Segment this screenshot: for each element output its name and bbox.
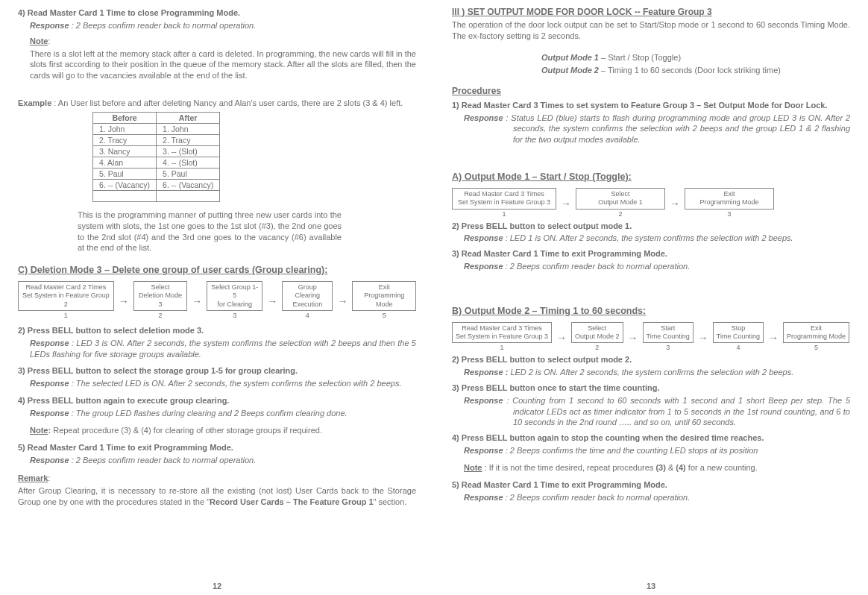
a3-resp-text: : 2 Beeps confirm reader back to normal … bbox=[506, 262, 691, 271]
a3-title: 3) Read Master Card 1 Time to exit Progr… bbox=[452, 248, 850, 259]
b5-title: 5) Read Master Card 1 Time to exit Progr… bbox=[452, 479, 850, 491]
arrow-icon: → bbox=[628, 331, 638, 343]
response-label: Response bbox=[464, 262, 503, 271]
flow-item: Select Group 1-5for Clearing 3 bbox=[207, 281, 262, 319]
remark-text: After Group Clearing, it is necessary to… bbox=[18, 485, 416, 508]
c2-response: Response : LED 3 is ON. After 2 seconds,… bbox=[30, 338, 416, 360]
b5-response: Response : 2 Beeps confirm reader back t… bbox=[464, 492, 850, 503]
cell: 6. -- (Vacancy) bbox=[157, 179, 220, 190]
flow-c: Read Master Card 2 TimesSet System in Fe… bbox=[18, 281, 416, 319]
b3-response: Response : Counting from 1 second to 60 … bbox=[464, 395, 850, 429]
response-label: Response bbox=[464, 493, 503, 502]
arrow-icon: → bbox=[561, 197, 571, 209]
arrow-icon: → bbox=[267, 295, 277, 306]
th-after: After bbox=[157, 112, 220, 123]
p1-resp-text: : Status LED (blue) starts to flash duri… bbox=[506, 113, 850, 145]
iii-intro: The operation of the door lock output ca… bbox=[452, 19, 850, 42]
b2-title: 2) Press BELL button to select output mo… bbox=[452, 354, 850, 365]
flow-item: Group ClearingExecution 4 bbox=[282, 281, 333, 319]
cell: 6. -- (Vacancy) bbox=[93, 179, 157, 190]
c3-title: 3) Press BELL button to select the stora… bbox=[18, 365, 416, 377]
flow-item: Read Master Card 3 TimesSet System in Fe… bbox=[452, 188, 556, 218]
after-table-text: This is the programming manner of puttin… bbox=[78, 210, 342, 254]
b2-resp-text: LED 2 is ON. After 2 seconds, the system… bbox=[510, 368, 793, 377]
user-table: Before After 1. John1. John 2. Tracy2. T… bbox=[92, 112, 220, 202]
section-c-head: C) Deletion Mode 3 – Delete one group of… bbox=[18, 264, 416, 277]
c2-title: 2) Press BELL button to select deletion … bbox=[18, 325, 416, 336]
section-iii-head: III ) SET OUTPUT MODE FOR DOOR LOCK -- F… bbox=[452, 6, 850, 18]
procedures-head: Procedures bbox=[452, 85, 850, 97]
step4-response: Response : 2 Beeps confirm reader back t… bbox=[30, 20, 416, 31]
note-text: There is a slot left at the memory stack… bbox=[30, 48, 416, 82]
flow-item: ExitProgramming Mode 5 bbox=[783, 322, 849, 352]
cell: 3. Nancy bbox=[93, 145, 157, 157]
flow-b: Read Master Card 3 TimesSet System in Fe… bbox=[452, 322, 850, 352]
flow-item: StopTime Counting 4 bbox=[713, 322, 764, 352]
a3-response: Response : 2 Beeps confirm reader back t… bbox=[464, 261, 850, 272]
example-label: Example bbox=[18, 98, 51, 107]
b-note: Note : If it is not the time desired, re… bbox=[464, 462, 850, 473]
c4-response: Response : The group LED flashes during … bbox=[30, 408, 416, 419]
c3-resp-text: : The selected LED is ON. After 2 second… bbox=[72, 379, 402, 388]
response-label: Response bbox=[464, 368, 503, 377]
c4-resp-text: : The group LED flashes during clearing … bbox=[72, 409, 347, 418]
flow-item: SelectOutput Mode 1 2 bbox=[576, 188, 665, 218]
b4-response: Response : 2 Beeps confirms the time and… bbox=[464, 445, 850, 456]
flow-item: Read Master Card 3 TimesSet System in Fe… bbox=[452, 322, 552, 352]
b3-title: 3) Press BELL button once to start the t… bbox=[452, 382, 850, 394]
arrow-icon: → bbox=[768, 331, 779, 343]
c4-title: 4) Press BELL button again to execute gr… bbox=[18, 395, 416, 406]
cell: 3. -- (Slot) bbox=[157, 145, 220, 157]
cell: 5. Paul bbox=[93, 168, 157, 179]
p1-response: Response : Status LED (blue) starts to f… bbox=[464, 113, 850, 146]
response-label: Response bbox=[30, 456, 69, 465]
response-label: Response bbox=[464, 446, 503, 455]
cell: 5. Paul bbox=[157, 168, 220, 179]
response-label: Response bbox=[464, 233, 503, 242]
note-label: Note bbox=[30, 37, 48, 45]
response-label: Response bbox=[30, 409, 69, 418]
c-note: Note: Repeat procedure (3) & (4) for cle… bbox=[30, 425, 416, 436]
flow-item: ExitProgramming Mode 3 bbox=[685, 188, 774, 218]
arrow-icon: → bbox=[698, 331, 708, 343]
c5-response: Response : 2 Beeps confirm reader back t… bbox=[30, 455, 416, 466]
b2-response: Response : LED 2 is ON. After 2 seconds,… bbox=[464, 367, 850, 378]
output-mode-1: Output Mode 1 – Start / Stop (Toggle) bbox=[541, 52, 850, 63]
example-text: : An User list before and after deleting… bbox=[54, 98, 403, 107]
a2-title: 2) Press BELL button to select output mo… bbox=[452, 221, 850, 232]
c3-response: Response : The selected LED is ON. After… bbox=[30, 378, 416, 389]
c5-resp-text: : 2 Beeps confirm reader back to normal … bbox=[72, 456, 257, 465]
p1-title: 1) Read Master Card 3 Times to set syste… bbox=[452, 100, 850, 111]
b3-resp-text: : Counting from 1 second to 60 seconds w… bbox=[506, 396, 850, 427]
arrow-icon: → bbox=[337, 295, 347, 306]
remark-label: Remark bbox=[18, 473, 48, 482]
step4-title: 4) Read Master Card 1 Time to close Prog… bbox=[18, 7, 416, 19]
flow-a: Read Master Card 3 TimesSet System in Fe… bbox=[452, 188, 850, 218]
response-label: Response bbox=[30, 339, 69, 347]
c5-title: 5) Read Master Card 1 Time to exit Progr… bbox=[18, 442, 416, 453]
c-note-text: Repeat procedure (3) & (4) for clearing … bbox=[53, 426, 322, 435]
c2-resp-text: : LED 3 is ON. After 2 seconds, the syst… bbox=[30, 339, 416, 359]
cell bbox=[157, 190, 220, 201]
cell: 1. John bbox=[93, 123, 157, 134]
note-label: Note bbox=[464, 463, 482, 472]
b4-resp-text: : 2 Beeps confirms the time and the coun… bbox=[506, 446, 758, 455]
step4-response-text: : 2 Beeps confirm reader back to normal … bbox=[72, 21, 257, 30]
response-label: Response bbox=[30, 21, 69, 30]
cell: 4. Alan bbox=[93, 157, 157, 168]
response-label: Response bbox=[464, 396, 503, 405]
b5-resp-text: : 2 Beeps confirm reader back to normal … bbox=[506, 493, 691, 502]
section-a-head: A) Output Mode 1 – Start / Stop (Toggle)… bbox=[452, 171, 850, 183]
arrow-icon: → bbox=[192, 295, 202, 306]
note-label: Note bbox=[30, 426, 48, 435]
arrow-icon: → bbox=[119, 295, 129, 306]
flow-item: SelectOutput Mode 2 2 bbox=[571, 322, 623, 352]
cell: 4. -- (Slot) bbox=[157, 157, 220, 168]
arrow-icon: → bbox=[670, 197, 680, 209]
flow-item: Read Master Card 2 TimesSet System in Fe… bbox=[18, 281, 114, 319]
example-row: Example : An User list before and after … bbox=[18, 98, 416, 109]
arrow-icon: → bbox=[556, 331, 567, 343]
cell bbox=[93, 190, 157, 201]
response-label: Response bbox=[464, 113, 503, 122]
right-page: III ) SET OUTPUT MODE FOR DOOR LOCK -- F… bbox=[434, 0, 868, 595]
